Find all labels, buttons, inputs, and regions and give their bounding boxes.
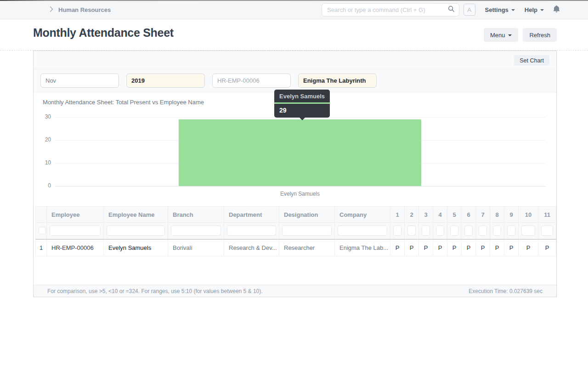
chevron-down-icon: [540, 9, 544, 11]
cell[interactable]: P: [476, 239, 490, 256]
column-filter-input[interactable]: [338, 226, 387, 236]
column-header[interactable]: 10: [519, 207, 538, 223]
cell[interactable]: Evelyn Samuels: [104, 239, 168, 256]
column-filter-input[interactable]: [107, 226, 165, 236]
column-header[interactable]: Department: [224, 207, 279, 223]
column-header[interactable]: Company: [335, 207, 390, 223]
column-filter-input[interactable]: [493, 226, 501, 236]
cell[interactable]: P: [390, 239, 405, 256]
filter-cell: [390, 223, 405, 239]
filter-cell: [335, 223, 390, 239]
column-filter-input[interactable]: [393, 226, 401, 236]
column-filter-input[interactable]: [436, 226, 444, 236]
search-input[interactable]: [327, 6, 448, 13]
column-filter-input[interactable]: [479, 226, 487, 236]
month-filter[interactable]: [40, 73, 119, 88]
column-header[interactable]: 8: [490, 207, 504, 223]
refresh-button-label: Refresh: [529, 32, 550, 39]
window-edge: [0, 0, 588, 1]
cell[interactable]: P: [433, 239, 447, 256]
column-header[interactable]: 11: [538, 207, 556, 223]
avatar[interactable]: A: [464, 4, 475, 16]
table-row: 1HR-EMP-00006Evelyn SamuelsBorivaliResea…: [36, 239, 556, 256]
column-header[interactable]: 2: [405, 207, 419, 223]
chart-tooltip: Evelyn Samuels 29: [274, 90, 330, 118]
column-header[interactable]: 7: [476, 207, 490, 223]
column-header[interactable]: Employee Name: [104, 207, 168, 223]
column-header[interactable]: 5: [447, 207, 462, 223]
column-filter-input[interactable]: [521, 226, 535, 236]
column-header[interactable]: Employee: [47, 207, 104, 223]
filter-cell: [224, 223, 279, 239]
filter-cell: [47, 223, 104, 239]
filter-cell: [490, 223, 504, 239]
breadcrumb-label[interactable]: Human Resources: [58, 6, 111, 13]
employee-filter[interactable]: [212, 73, 291, 88]
column-header[interactable]: Designation: [279, 207, 335, 223]
cell[interactable]: P: [447, 239, 462, 256]
filter-cell: [405, 223, 419, 239]
filter-cell: [419, 223, 433, 239]
cell[interactable]: Borivali: [168, 239, 224, 256]
cell[interactable]: P: [405, 239, 419, 256]
report-footer: For comparison, use >5, <10 or =324. For…: [34, 285, 556, 297]
chart-bar[interactable]: [179, 119, 421, 186]
breadcrumb[interactable]: Human Resources: [50, 0, 111, 19]
year-filter[interactable]: [126, 73, 205, 88]
column-header[interactable]: 6: [462, 207, 476, 223]
report-table-wrap: EmployeeEmployee NameBranchDepartmentDes…: [35, 206, 557, 256]
column-header[interactable]: 9: [504, 207, 519, 223]
cell[interactable]: Enigma The Lab...: [335, 239, 390, 256]
filter-cell: [476, 223, 490, 239]
filter-cell: [36, 223, 47, 239]
column-filter-input[interactable]: [39, 227, 46, 234]
column-header[interactable]: 3: [419, 207, 433, 223]
company-filter[interactable]: [298, 73, 377, 88]
settings-menu[interactable]: Settings: [485, 6, 515, 13]
global-search[interactable]: [322, 3, 459, 17]
comparison-hint: For comparison, use >5, <10 or =324. For…: [47, 288, 263, 294]
column-filter-input[interactable]: [507, 226, 515, 236]
column-header[interactable]: Branch: [168, 207, 224, 223]
tooltip-value: 29: [274, 104, 330, 118]
refresh-button[interactable]: Refresh: [523, 28, 557, 42]
set-chart-button[interactable]: Set Chart: [514, 55, 549, 66]
cell[interactable]: P: [538, 239, 556, 256]
page-head: Monthly Attendance Sheet Menu Refresh: [0, 19, 588, 51]
chart-title: Monthly Attendance Sheet: Total Present …: [43, 99, 204, 106]
column-header[interactable]: 4: [433, 207, 447, 223]
cell[interactable]: P: [419, 239, 433, 256]
settings-label: Settings: [485, 6, 509, 13]
cell[interactable]: P: [490, 239, 504, 256]
search-icon: [448, 6, 455, 14]
column-filter-input[interactable]: [407, 226, 416, 236]
filter-cell: [519, 223, 538, 239]
cell[interactable]: Research & Dev...: [224, 239, 279, 256]
cell[interactable]: Researcher: [279, 239, 335, 256]
row-index-cell: 1: [36, 239, 47, 256]
cell[interactable]: P: [519, 239, 538, 256]
chevron-down-icon: [511, 9, 515, 11]
column-header[interactable]: [36, 207, 47, 223]
help-menu[interactable]: Help: [525, 6, 544, 13]
column-filter-input[interactable]: [464, 226, 473, 236]
column-filter-input[interactable]: [227, 226, 276, 236]
navbar: Human Resources A Settings Help: [0, 0, 588, 19]
cell[interactable]: HR-EMP-00006: [47, 239, 104, 256]
navbar-right: A Settings Help: [464, 0, 560, 19]
menu-button[interactable]: Menu: [484, 28, 519, 42]
column-filter-input[interactable]: [50, 226, 101, 236]
gridline: [55, 186, 545, 186]
column-filter-input[interactable]: [450, 226, 458, 236]
column-filter-input[interactable]: [541, 226, 553, 236]
tooltip-title: Evelyn Samuels: [274, 90, 330, 104]
column-filter-input[interactable]: [171, 226, 221, 236]
column-header[interactable]: 1: [390, 207, 405, 223]
bell-icon[interactable]: [554, 6, 560, 14]
filter-cell: [462, 223, 476, 239]
report-table: EmployeeEmployee NameBranchDepartmentDes…: [35, 206, 556, 256]
column-filter-input[interactable]: [422, 226, 430, 236]
cell[interactable]: P: [462, 239, 476, 256]
cell[interactable]: P: [504, 239, 519, 256]
column-filter-input[interactable]: [282, 226, 332, 236]
